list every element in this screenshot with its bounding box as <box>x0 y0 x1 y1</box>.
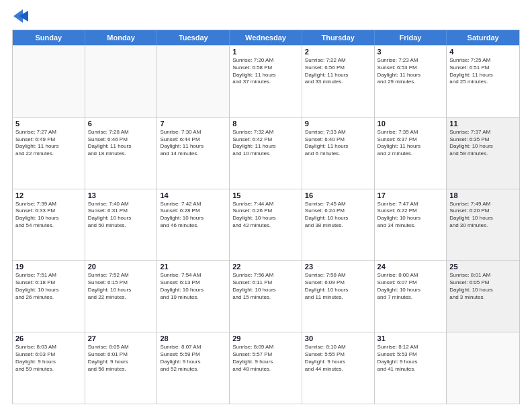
cal-cell-2-0: 12Sunrise: 7:39 AM Sunset: 6:33 PM Dayli… <box>13 189 85 261</box>
day-number: 17 <box>378 191 444 199</box>
cal-cell-1-6: 11Sunrise: 7:37 AM Sunset: 6:35 PM Dayli… <box>447 118 519 189</box>
day-detail: Sunrise: 8:03 AM Sunset: 6:03 PM Dayligh… <box>15 344 82 373</box>
header <box>12 12 520 23</box>
day-detail: Sunrise: 7:42 AM Sunset: 6:28 PM Dayligh… <box>160 201 226 230</box>
cal-row-3: 19Sunrise: 7:51 AM Sunset: 6:18 PM Dayli… <box>13 260 519 332</box>
cal-cell-2-6: 18Sunrise: 7:49 AM Sunset: 6:20 PM Dayli… <box>447 189 519 261</box>
cal-cell-1-2: 7Sunrise: 7:30 AM Sunset: 6:44 PM Daylig… <box>157 118 230 189</box>
cal-cell-4-3: 29Sunrise: 8:09 AM Sunset: 5:57 PM Dayli… <box>230 332 302 404</box>
weekday-header-monday: Monday <box>85 30 158 45</box>
day-number: 1 <box>232 48 299 56</box>
cal-cell-2-1: 13Sunrise: 7:40 AM Sunset: 6:31 PM Dayli… <box>85 189 158 261</box>
day-number: 4 <box>449 48 517 56</box>
cal-cell-0-6: 4Sunrise: 7:25 AM Sunset: 6:51 PM Daylig… <box>447 46 519 117</box>
day-detail: Sunrise: 7:35 AM Sunset: 6:37 PM Dayligh… <box>378 129 444 158</box>
day-detail: Sunrise: 7:47 AM Sunset: 6:22 PM Dayligh… <box>378 201 444 230</box>
cal-cell-1-3: 8Sunrise: 7:32 AM Sunset: 6:42 PM Daylig… <box>230 118 302 189</box>
day-number: 20 <box>88 263 154 271</box>
cal-cell-2-4: 16Sunrise: 7:45 AM Sunset: 6:24 PM Dayli… <box>302 189 375 261</box>
cal-cell-4-0: 26Sunrise: 8:03 AM Sunset: 6:03 PM Dayli… <box>13 332 85 404</box>
page: SundayMondayTuesdayWednesdayThursdayFrid… <box>0 0 532 411</box>
day-number: 31 <box>378 334 444 342</box>
cal-cell-1-4: 9Sunrise: 7:33 AM Sunset: 6:40 PM Daylig… <box>302 118 375 189</box>
day-detail: Sunrise: 7:54 AM Sunset: 6:13 PM Dayligh… <box>160 272 226 301</box>
cal-cell-1-0: 5Sunrise: 7:27 AM Sunset: 6:49 PM Daylig… <box>13 118 85 189</box>
day-number: 7 <box>160 120 226 128</box>
cal-cell-4-6 <box>447 332 519 404</box>
day-number: 15 <box>232 191 299 199</box>
day-detail: Sunrise: 7:23 AM Sunset: 6:53 PM Dayligh… <box>378 57 444 86</box>
day-number: 12 <box>15 191 82 199</box>
day-number: 28 <box>160 334 226 342</box>
cal-cell-3-6: 25Sunrise: 8:01 AM Sunset: 6:05 PM Dayli… <box>447 261 519 332</box>
day-detail: Sunrise: 8:07 AM Sunset: 5:59 PM Dayligh… <box>160 344 226 373</box>
cal-cell-0-3: 1Sunrise: 7:20 AM Sunset: 6:58 PM Daylig… <box>230 46 302 117</box>
day-detail: Sunrise: 8:00 AM Sunset: 6:07 PM Dayligh… <box>378 272 444 301</box>
weekday-header-friday: Friday <box>375 30 447 45</box>
cal-cell-4-1: 27Sunrise: 8:05 AM Sunset: 6:01 PM Dayli… <box>85 332 158 404</box>
cal-cell-3-2: 21Sunrise: 7:54 AM Sunset: 6:13 PM Dayli… <box>157 261 230 332</box>
day-number: 16 <box>305 191 371 199</box>
day-detail: Sunrise: 8:01 AM Sunset: 6:05 PM Dayligh… <box>449 272 517 301</box>
day-detail: Sunrise: 7:32 AM Sunset: 6:42 PM Dayligh… <box>232 129 299 158</box>
day-number: 14 <box>160 191 226 199</box>
cal-cell-2-2: 14Sunrise: 7:42 AM Sunset: 6:28 PM Dayli… <box>157 189 230 261</box>
day-detail: Sunrise: 7:39 AM Sunset: 6:33 PM Dayligh… <box>15 201 82 230</box>
cal-cell-2-5: 17Sunrise: 7:47 AM Sunset: 6:22 PM Dayli… <box>375 189 447 261</box>
day-detail: Sunrise: 8:12 AM Sunset: 5:53 PM Dayligh… <box>378 344 444 373</box>
day-number: 9 <box>305 120 371 128</box>
day-detail: Sunrise: 7:44 AM Sunset: 6:26 PM Dayligh… <box>232 201 299 230</box>
cal-cell-3-4: 23Sunrise: 7:58 AM Sunset: 6:09 PM Dayli… <box>302 261 375 332</box>
day-number: 6 <box>88 120 154 128</box>
day-number: 8 <box>232 120 299 128</box>
cal-cell-1-5: 10Sunrise: 7:35 AM Sunset: 6:37 PM Dayli… <box>375 118 447 189</box>
day-detail: Sunrise: 7:30 AM Sunset: 6:44 PM Dayligh… <box>160 129 226 158</box>
weekday-header-saturday: Saturday <box>447 30 519 45</box>
cal-cell-0-1 <box>85 46 158 117</box>
day-number: 13 <box>88 191 154 199</box>
day-number: 10 <box>378 120 444 128</box>
day-detail: Sunrise: 8:10 AM Sunset: 5:55 PM Dayligh… <box>305 344 371 373</box>
cal-cell-3-1: 20Sunrise: 7:52 AM Sunset: 6:15 PM Dayli… <box>85 261 158 332</box>
day-detail: Sunrise: 7:20 AM Sunset: 6:58 PM Dayligh… <box>232 57 299 86</box>
cal-cell-4-5: 31Sunrise: 8:12 AM Sunset: 5:53 PM Dayli… <box>375 332 447 404</box>
day-detail: Sunrise: 7:49 AM Sunset: 6:20 PM Dayligh… <box>449 201 517 230</box>
calendar-body: 1Sunrise: 7:20 AM Sunset: 6:58 PM Daylig… <box>13 45 519 404</box>
day-detail: Sunrise: 7:40 AM Sunset: 6:31 PM Dayligh… <box>88 201 154 230</box>
weekday-header-sunday: Sunday <box>13 30 85 45</box>
calendar: SundayMondayTuesdayWednesdayThursdayFrid… <box>12 30 520 404</box>
day-number: 21 <box>160 263 226 271</box>
day-detail: Sunrise: 7:27 AM Sunset: 6:49 PM Dayligh… <box>15 129 82 158</box>
day-detail: Sunrise: 7:25 AM Sunset: 6:51 PM Dayligh… <box>449 57 517 86</box>
weekday-header-thursday: Thursday <box>302 30 375 45</box>
logo-icon <box>13 9 28 23</box>
cal-cell-3-5: 24Sunrise: 8:00 AM Sunset: 6:07 PM Dayli… <box>375 261 447 332</box>
day-detail: Sunrise: 7:22 AM Sunset: 6:56 PM Dayligh… <box>305 57 371 86</box>
cal-cell-3-0: 19Sunrise: 7:51 AM Sunset: 6:18 PM Dayli… <box>13 261 85 332</box>
day-number: 24 <box>378 263 444 271</box>
day-number: 26 <box>15 334 82 342</box>
day-detail: Sunrise: 7:45 AM Sunset: 6:24 PM Dayligh… <box>305 201 371 230</box>
cal-row-1: 5Sunrise: 7:27 AM Sunset: 6:49 PM Daylig… <box>13 117 519 189</box>
day-number: 25 <box>449 263 517 271</box>
cal-cell-0-2 <box>157 46 230 117</box>
day-number: 30 <box>305 334 371 342</box>
cal-cell-1-1: 6Sunrise: 7:28 AM Sunset: 6:46 PM Daylig… <box>85 118 158 189</box>
day-number: 5 <box>15 120 82 128</box>
cal-cell-0-0 <box>13 46 85 117</box>
day-detail: Sunrise: 7:52 AM Sunset: 6:15 PM Dayligh… <box>88 272 154 301</box>
day-number: 27 <box>88 334 154 342</box>
day-detail: Sunrise: 7:33 AM Sunset: 6:40 PM Dayligh… <box>305 129 371 158</box>
day-number: 29 <box>232 334 299 342</box>
cal-row-2: 12Sunrise: 7:39 AM Sunset: 6:33 PM Dayli… <box>13 189 519 261</box>
day-detail: Sunrise: 8:05 AM Sunset: 6:01 PM Dayligh… <box>88 344 154 373</box>
day-number: 11 <box>449 120 517 128</box>
day-detail: Sunrise: 7:51 AM Sunset: 6:18 PM Dayligh… <box>15 272 82 301</box>
cal-cell-0-5: 3Sunrise: 7:23 AM Sunset: 6:53 PM Daylig… <box>375 46 447 117</box>
day-detail: Sunrise: 7:28 AM Sunset: 6:46 PM Dayligh… <box>88 129 154 158</box>
weekday-header-wednesday: Wednesday <box>230 30 302 45</box>
cal-row-4: 26Sunrise: 8:03 AM Sunset: 6:03 PM Dayli… <box>13 332 519 404</box>
logo <box>12 12 28 23</box>
day-number: 2 <box>305 48 371 56</box>
cal-cell-3-3: 22Sunrise: 7:56 AM Sunset: 6:11 PM Dayli… <box>230 261 302 332</box>
